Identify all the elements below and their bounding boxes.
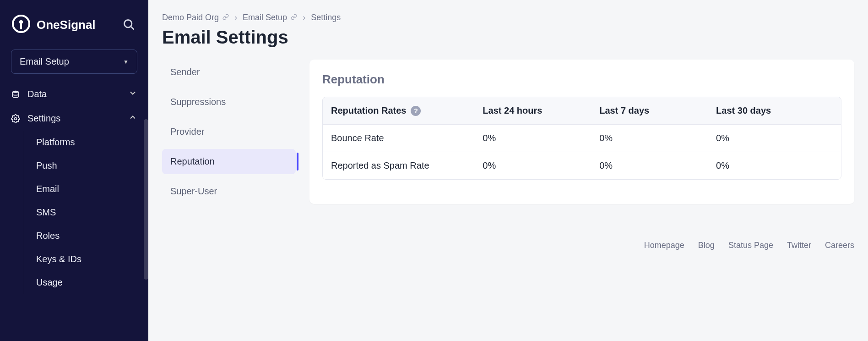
breadcrumb-app-label: Email Setup <box>243 13 287 22</box>
sidebar-item-email[interactable]: Email <box>24 177 148 201</box>
svg-point-3 <box>125 20 132 28</box>
td-label: Reported as Spam Rate <box>331 160 483 171</box>
footer-twitter[interactable]: Twitter <box>787 241 811 250</box>
tab-sender[interactable]: Sender <box>162 60 296 85</box>
page-title: Email Settings <box>162 27 854 48</box>
sidebar-item-push[interactable]: Push <box>24 154 148 177</box>
sidebar: OneSignal Email Setup ▼ Data <box>0 0 148 341</box>
th-rates: Reputation Rates <box>331 105 406 116</box>
sidebar-item-sms[interactable]: SMS <box>24 201 148 224</box>
td-last24: 0% <box>483 133 599 143</box>
sidebar-item-settings[interactable]: Settings <box>0 106 148 131</box>
brand-row: OneSignal <box>0 6 148 44</box>
td-last7: 0% <box>599 133 716 143</box>
sidebar-item-keys-ids[interactable]: Keys & IDs <box>24 248 148 271</box>
footer-status[interactable]: Status Page <box>728 241 773 250</box>
tab-provider[interactable]: Provider <box>162 119 296 144</box>
td-last24: 0% <box>483 160 599 171</box>
gear-icon <box>11 114 22 123</box>
link-icon <box>291 13 297 22</box>
search-icon[interactable] <box>121 16 137 33</box>
tab-reputation[interactable]: Reputation <box>162 149 296 174</box>
breadcrumb-org-label: Demo Paid Org <box>162 13 219 22</box>
table-row: Reported as Spam Rate 0% 0% 0% <box>323 152 841 179</box>
help-icon[interactable]: ? <box>411 106 421 116</box>
breadcrumb-org[interactable]: Demo Paid Org <box>162 13 229 22</box>
database-icon <box>11 90 22 99</box>
footer-links: Homepage Blog Status Page Twitter Career… <box>162 241 854 250</box>
sidebar-scrollbar[interactable] <box>144 119 148 280</box>
td-last30: 0% <box>716 133 833 143</box>
table-header: Reputation Rates ? Last 24 hours Last 7 … <box>323 97 841 124</box>
panel-title: Reputation <box>322 72 841 87</box>
td-label: Bounce Rate <box>331 133 483 143</box>
settings-subnav: Platforms Push Email SMS Roles Keys & ID… <box>24 131 148 294</box>
reputation-table: Reputation Rates ? Last 24 hours Last 7 … <box>322 97 841 180</box>
td-last30: 0% <box>716 160 833 171</box>
main-content: Demo Paid Org › Email Setup › Settings E… <box>148 0 868 341</box>
caret-down-icon: ▼ <box>123 59 129 65</box>
sidebar-item-usage[interactable]: Usage <box>24 271 148 294</box>
chevron-up-icon <box>128 113 137 124</box>
sidebar-item-roles[interactable]: Roles <box>24 224 148 248</box>
chevron-right-icon: › <box>303 13 305 22</box>
sidebar-item-label: Data <box>27 89 47 99</box>
breadcrumb-page-label: Settings <box>311 13 341 22</box>
sidebar-item-platforms[interactable]: Platforms <box>24 131 148 154</box>
td-last7: 0% <box>599 160 716 171</box>
breadcrumb-app[interactable]: Email Setup <box>243 13 297 22</box>
chevron-down-icon <box>128 88 137 100</box>
th-last24: Last 24 hours <box>483 105 599 116</box>
svg-line-4 <box>131 27 134 30</box>
onesignal-logo-icon <box>11 14 31 36</box>
reputation-panel: Reputation Reputation Rates ? Last 24 ho… <box>309 60 854 204</box>
svg-point-6 <box>15 117 17 120</box>
svg-rect-2 <box>20 23 22 29</box>
tab-super-user[interactable]: Super-User <box>162 179 296 204</box>
settings-tabs: Sender Suppressions Provider Reputation … <box>162 60 296 204</box>
table-row: Bounce Rate 0% 0% 0% <box>323 124 841 152</box>
app-selector[interactable]: Email Setup ▼ <box>11 50 137 74</box>
brand-name: OneSignal <box>37 18 96 32</box>
svg-point-5 <box>12 90 18 93</box>
chevron-right-icon: › <box>234 13 237 22</box>
footer-homepage[interactable]: Homepage <box>644 241 684 250</box>
breadcrumb-page: Settings <box>311 13 341 22</box>
tab-suppressions[interactable]: Suppressions <box>162 89 296 115</box>
th-last7: Last 7 days <box>599 105 716 116</box>
app-selector-label: Email Setup <box>20 56 69 67</box>
footer-careers[interactable]: Careers <box>825 241 854 250</box>
breadcrumb: Demo Paid Org › Email Setup › Settings <box>162 13 854 22</box>
footer-blog[interactable]: Blog <box>698 241 715 250</box>
sidebar-item-label: Settings <box>27 113 60 124</box>
sidebar-item-data[interactable]: Data <box>0 82 148 106</box>
th-last30: Last 30 days <box>716 105 833 116</box>
link-icon <box>222 13 229 22</box>
